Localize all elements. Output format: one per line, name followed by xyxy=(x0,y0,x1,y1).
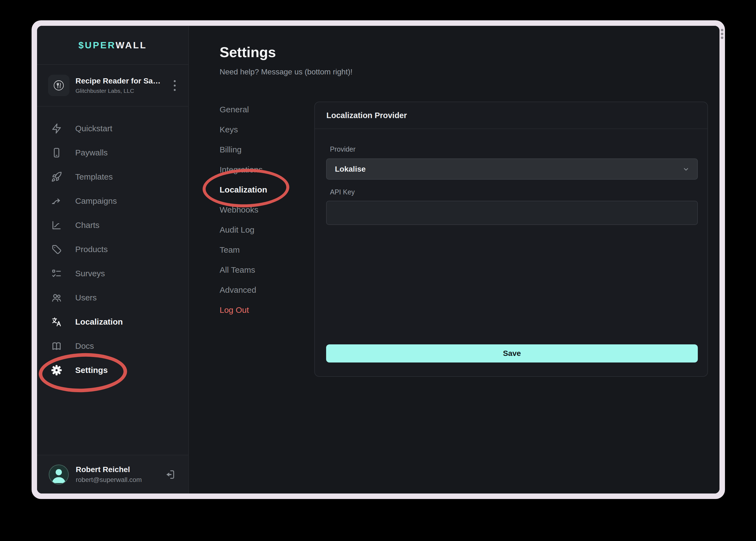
sidebar-item-charts[interactable]: Charts xyxy=(37,213,188,237)
sidebar-item-paywalls[interactable]: Paywalls xyxy=(37,141,188,165)
sidebar-item-label: Quickstart xyxy=(75,124,112,133)
sidebar-item-label: Surveys xyxy=(75,269,105,278)
project-name: Recipe Reader for Sa… xyxy=(76,77,171,85)
user-email: robert@superwall.com xyxy=(76,476,164,484)
project-selector[interactable]: Recipe Reader for Sa… Glitchbuster Labs,… xyxy=(37,65,188,107)
settings-nav-all-teams[interactable]: All Teams xyxy=(220,260,302,280)
translate-icon xyxy=(51,316,62,327)
sidebar-spacer xyxy=(37,382,188,455)
sidebar-item-docs[interactable]: Docs xyxy=(37,334,188,358)
provider-selected-value: Lokalise xyxy=(335,165,682,174)
sidebar-item-campaigns[interactable]: Campaigns xyxy=(37,189,188,213)
screenshot-stage: $UPERWALL Recipe Reader for Sa… Glitchbu… xyxy=(0,0,756,541)
user-meta: Robert Reichel robert@superwall.com xyxy=(76,465,164,484)
project-menu-kebab-icon[interactable] xyxy=(171,79,178,93)
localization-provider-card: Localization Provider Provider Lokalise … xyxy=(314,102,708,377)
split-arrow-icon xyxy=(51,195,62,207)
app-window: $UPERWALL Recipe Reader for Sa… Glitchbu… xyxy=(32,20,725,499)
chevron-down-icon xyxy=(682,165,690,173)
frame-handle-dot xyxy=(721,29,723,31)
settings-nav-webhooks[interactable]: Webhooks xyxy=(220,200,302,220)
settings-nav-team[interactable]: Team xyxy=(220,240,302,260)
chart-icon xyxy=(51,220,62,231)
logo-accent-text: $UPER xyxy=(79,40,116,50)
settings-nav-audit-log[interactable]: Audit Log xyxy=(220,220,302,240)
superwall-logo: $UPERWALL xyxy=(79,40,147,51)
api-key-label: API Key xyxy=(330,188,355,196)
sidebar: $UPERWALL Recipe Reader for Sa… Glitchbu… xyxy=(37,26,189,493)
page-subtitle: Need help? Message us (bottom right)! xyxy=(220,68,353,76)
api-key-input[interactable] xyxy=(326,201,698,225)
fork-knife-icon xyxy=(54,81,64,90)
sidebar-item-users[interactable]: Users xyxy=(37,285,188,310)
settings-nav: General Keys Billing Integrations Locali… xyxy=(220,99,302,320)
rocket-icon xyxy=(51,171,62,183)
sidebar-item-label: Charts xyxy=(75,221,100,230)
sidebar-nav: Quickstart Paywalls xyxy=(37,107,188,382)
card-header: Localization Provider xyxy=(315,102,707,129)
sidebar-item-label: Settings xyxy=(75,365,108,375)
user-account-row: Robert Reichel robert@superwall.com xyxy=(37,455,188,493)
settings-nav-billing[interactable]: Billing xyxy=(220,140,302,160)
phone-icon xyxy=(51,147,62,159)
logo-rest-text: WALL xyxy=(116,40,147,50)
app-content: $UPERWALL Recipe Reader for Sa… Glitchbu… xyxy=(37,26,719,493)
sidebar-item-label: Paywalls xyxy=(75,148,108,157)
frame-handle-dot xyxy=(721,37,723,39)
sidebar-item-surveys[interactable]: Surveys xyxy=(37,262,188,285)
save-button[interactable]: Save xyxy=(326,344,698,362)
project-meta: Recipe Reader for Sa… Glitchbuster Labs,… xyxy=(76,77,171,94)
sidebar-item-settings[interactable]: Settings xyxy=(37,358,188,382)
sidebar-item-products[interactable]: Products xyxy=(37,237,188,262)
settings-nav-advanced[interactable]: Advanced xyxy=(220,280,302,300)
lightning-icon xyxy=(51,123,62,134)
logo-section: $UPERWALL xyxy=(37,26,188,65)
avatar xyxy=(48,464,70,485)
sidebar-item-localization[interactable]: Localization xyxy=(37,310,188,334)
sidebar-item-templates[interactable]: Templates xyxy=(37,165,188,189)
gear-icon xyxy=(51,364,62,376)
logout-icon[interactable] xyxy=(164,469,176,480)
page-title: Settings xyxy=(220,44,276,60)
provider-label: Provider xyxy=(330,145,356,153)
provider-select[interactable]: Lokalise xyxy=(326,159,698,180)
sidebar-item-label: Products xyxy=(75,245,108,254)
users-icon xyxy=(51,292,62,303)
sidebar-item-quickstart[interactable]: Quickstart xyxy=(37,117,188,141)
frame-handle-dot xyxy=(721,33,723,35)
user-name: Robert Reichel xyxy=(76,465,164,474)
tag-icon xyxy=(51,244,62,255)
sidebar-item-label: Docs xyxy=(75,341,94,351)
checklist-icon xyxy=(51,268,62,279)
sidebar-item-label: Localization xyxy=(75,317,123,326)
sidebar-item-label: Users xyxy=(75,293,97,302)
settings-nav-log-out[interactable]: Log Out xyxy=(220,300,302,320)
book-icon xyxy=(51,340,62,352)
project-app-icon xyxy=(48,75,70,96)
main-content: Settings Need help? Message us (bottom r… xyxy=(189,26,719,493)
project-org: Glitchbuster Labs, LLC xyxy=(76,88,171,94)
sidebar-item-label: Campaigns xyxy=(75,196,117,206)
settings-nav-integrations[interactable]: Integrations xyxy=(220,160,302,180)
settings-nav-general[interactable]: General xyxy=(220,99,302,120)
sidebar-item-label: Templates xyxy=(75,172,113,182)
settings-nav-localization[interactable]: Localization xyxy=(220,180,302,200)
card-title: Localization Provider xyxy=(326,111,407,120)
settings-nav-keys[interactable]: Keys xyxy=(220,120,302,140)
